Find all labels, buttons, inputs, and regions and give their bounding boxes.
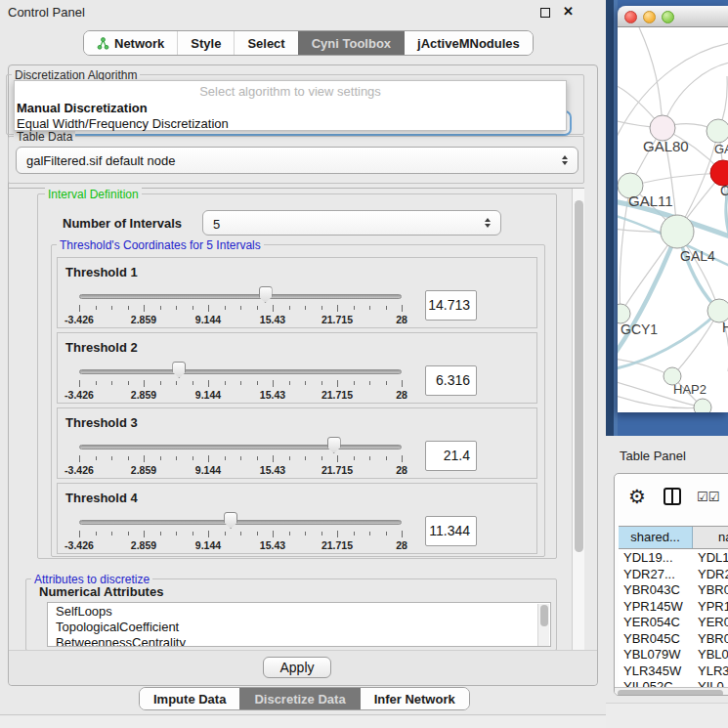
tick-mark [305, 381, 306, 385]
column-header-shared[interactable]: shared... [619, 527, 693, 548]
tab-cyni-toolbox[interactable]: Cyni Toolbox [298, 31, 404, 55]
threshold-value-field[interactable]: 14.713 [425, 290, 477, 321]
dropdown-option-manual[interactable]: Manual Discretization [17, 101, 564, 116]
scrollbar-thumb[interactable] [540, 605, 548, 626]
mac-zoom-icon[interactable] [662, 11, 674, 23]
scale-label: 21.715 [321, 539, 353, 551]
tick-mark [337, 380, 338, 387]
network-node-gcy1[interactable] [618, 304, 630, 323]
table-header-row: shared... na [619, 526, 728, 549]
scale-label: 9.144 [195, 539, 221, 551]
scrollbar-thumb[interactable] [618, 690, 723, 697]
column-header-name[interactable]: na [693, 527, 728, 548]
threshold-panel: Threshold 4-3.4262.8599.14415.4321.71528… [57, 483, 537, 554]
cell-name[interactable]: YLR3 [693, 664, 728, 680]
tab-style[interactable]: Style [177, 31, 234, 55]
number-of-intervals-combobox[interactable]: 5 [202, 210, 501, 236]
checkbox-icons[interactable]: ☑☑ [697, 490, 719, 504]
cell-shared-name[interactable]: YER054C [619, 615, 693, 631]
cell-name[interactable]: YIL0 [693, 679, 728, 687]
threshold-slider-thumb[interactable] [224, 512, 237, 529]
cell-shared-name[interactable]: YDR27... [619, 567, 693, 583]
cell-name[interactable]: YER0 [693, 615, 728, 631]
tick-mark [354, 456, 355, 460]
threshold-slider-track[interactable] [79, 520, 402, 525]
table-row[interactable]: YER054CYER0 [619, 615, 728, 631]
table-row[interactable]: YDL19...YDL1 [619, 550, 728, 567]
gear-icon[interactable]: ⚙ [628, 485, 646, 508]
network-window-titlebar[interactable] [618, 6, 728, 27]
table-row[interactable]: YDR27...YDR2 [619, 567, 728, 583]
attribute-item[interactable]: SelfLoops [48, 603, 550, 619]
scrollbar-thumb[interactable] [575, 200, 583, 552]
threshold-value-field[interactable]: 21.4 [425, 441, 477, 471]
scale-label: 9.144 [195, 314, 221, 325]
cell-name[interactable]: YBR0 [693, 582, 728, 599]
close-icon[interactable]: ✕ [563, 4, 574, 19]
tab-jactivemnodules[interactable]: jActiveMNodules [404, 31, 533, 55]
cell-name[interactable]: YDL1 [693, 550, 728, 567]
attribute-item[interactable]: BetweennessCentrality [48, 634, 550, 647]
cell-shared-name[interactable]: YBL079W [619, 647, 693, 664]
network-edge-highlighted[interactable] [618, 232, 677, 357]
attribute-item[interactable]: TopologicalCoefficient [48, 619, 550, 634]
bottom-tab-bar: Impute DataDiscretize DataInfer Network [139, 687, 470, 710]
threshold-slider-thumb[interactable] [259, 286, 273, 303]
table-panel-body: ⚙ ☑☑ shared... na YDL19...YDL1YDR27...YD… [614, 473, 728, 696]
threshold-value-field[interactable]: 11.344 [425, 516, 477, 546]
tab-infer-network[interactable]: Infer Network [360, 688, 469, 709]
table-row[interactable]: YPR145WYPR1 [619, 599, 728, 616]
dropdown-option-equal-width[interactable]: Equal Width/Frequency Discretization [17, 116, 564, 132]
cell-shared-name[interactable]: YLR345W [619, 664, 693, 680]
network-edge[interactable] [630, 173, 723, 186]
cell-name[interactable]: YBL0 [693, 647, 728, 664]
cell-name[interactable]: YPR1 [693, 599, 728, 616]
network-edge-highlighted[interactable] [618, 311, 719, 369]
table-data-combobox[interactable]: galFiltered.sif default node [16, 147, 578, 174]
table-row[interactable]: YLR345WYLR3 [619, 664, 728, 680]
threshold-slider-thumb[interactable] [172, 362, 186, 378]
mac-close-icon[interactable] [624, 11, 637, 23]
network-edge[interactable] [639, 27, 663, 128]
float-window-icon[interactable] [540, 8, 550, 18]
threshold-slider-track[interactable] [79, 369, 402, 374]
tick-mark [337, 305, 338, 312]
cell-shared-name[interactable]: YBR045C [619, 631, 693, 648]
split-columns-icon[interactable] [664, 488, 681, 505]
cell-shared-name[interactable]: YDL19... [619, 550, 693, 567]
list-scrollbar[interactable] [537, 604, 549, 647]
tab-discretize-data[interactable]: Discretize Data [239, 688, 359, 709]
threshold-value-field[interactable]: 6.316 [425, 365, 477, 396]
table-row[interactable]: YIL052CYIL0 [619, 679, 728, 687]
horizontal-scrollbar[interactable] [615, 687, 728, 696]
cell-shared-name[interactable]: YIL052C [619, 679, 693, 687]
network-canvas[interactable]: GAL80GACGAL11GAL4GCY1HHAP2 [618, 27, 728, 412]
vertical-scrollbar[interactable] [572, 189, 584, 650]
cell-name[interactable]: YDR2 [693, 567, 728, 583]
tick-mark [240, 456, 241, 460]
tick-mark [111, 532, 112, 535]
tab-select[interactable]: Select [234, 31, 297, 55]
cell-name[interactable]: YBR0 [693, 631, 728, 648]
tick-mark [160, 306, 161, 310]
network-node[interactable] [694, 399, 711, 412]
table-row[interactable]: YBR043CYBR0 [619, 582, 728, 599]
tab-impute-data[interactable]: Impute Data [140, 688, 239, 709]
cell-shared-name[interactable]: YPR145W [619, 599, 693, 616]
threshold-slider-track[interactable] [79, 445, 402, 450]
tab-network[interactable]: Network [84, 31, 177, 55]
threshold-slider-thumb[interactable] [327, 437, 341, 453]
threshold-slider-track[interactable] [79, 294, 402, 299]
apply-button[interactable]: Apply [263, 657, 331, 678]
tick-mark [225, 456, 226, 460]
table-row[interactable]: YBR045CYBR0 [619, 631, 728, 648]
threshold-panel: Threshold 3-3.4262.8599.14415.4321.71528… [57, 407, 537, 479]
table-row[interactable]: YBL079WYBL0 [619, 647, 728, 664]
cell-shared-name[interactable]: YBR043C [619, 582, 693, 599]
network-edge[interactable] [618, 395, 703, 408]
network-node-ga[interactable] [707, 119, 728, 143]
network-edge[interactable] [663, 63, 728, 128]
network-node-gal4[interactable] [661, 215, 694, 248]
mac-minimize-icon[interactable] [643, 11, 656, 23]
numerical-attributes-list[interactable]: SelfLoopsTopologicalCoefficientBetweenne… [47, 602, 551, 647]
